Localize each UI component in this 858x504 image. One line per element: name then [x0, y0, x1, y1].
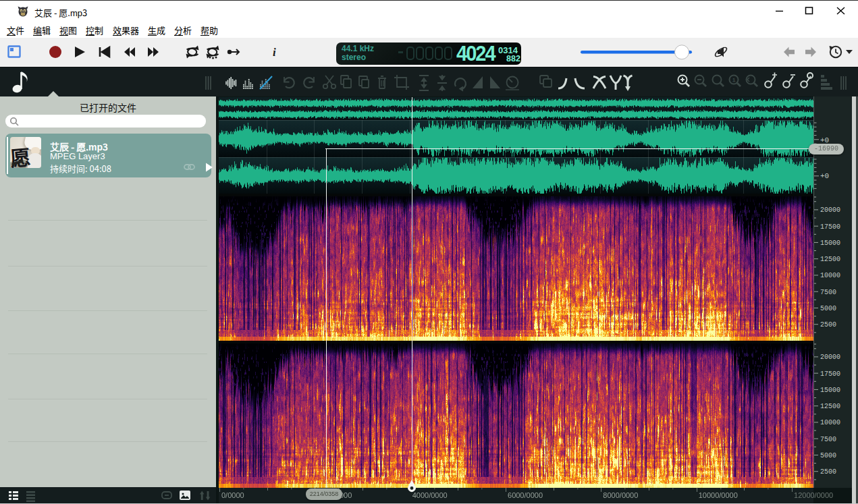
- svg-text:17500: 17500: [820, 223, 840, 231]
- svg-text:6000/0000: 6000/0000: [508, 491, 543, 499]
- svg-text:2500: 2500: [820, 321, 836, 329]
- svg-text:7500: 7500: [820, 289, 836, 296]
- svg-text:5000: 5000: [820, 452, 836, 459]
- svg-text:10000/0000: 10000/0000: [699, 491, 738, 499]
- svg-text:10000: 10000: [820, 419, 840, 426]
- svg-text:12000/0000: 12000/0000: [794, 491, 833, 499]
- svg-text:15000: 15000: [820, 387, 840, 394]
- svg-text:1: 1: [732, 77, 736, 83]
- svg-text:12500: 12500: [820, 256, 840, 263]
- svg-text:i: i: [273, 46, 276, 59]
- svg-text:5000: 5000: [820, 305, 836, 312]
- svg-text:2500: 2500: [820, 468, 836, 476]
- svg-text:8000/0000: 8000/0000: [603, 491, 638, 499]
- svg-text:20000: 20000: [820, 206, 840, 214]
- svg-text:15000: 15000: [820, 240, 840, 247]
- svg-text:10000: 10000: [820, 272, 840, 279]
- svg-text:12500: 12500: [820, 403, 840, 410]
- svg-text:20000: 20000: [820, 354, 840, 361]
- svg-text:7500: 7500: [820, 436, 836, 443]
- svg-text:+0: +0: [820, 172, 829, 180]
- svg-text:0/0000: 0/0000: [221, 491, 244, 499]
- svg-text:17500: 17500: [820, 370, 840, 378]
